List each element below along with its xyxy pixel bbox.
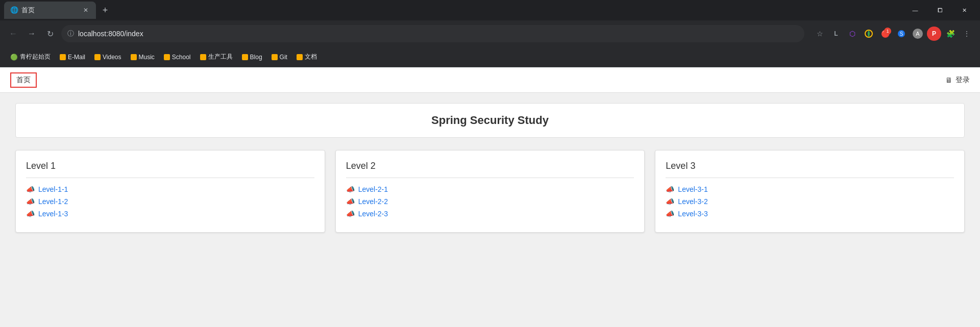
megaphone-icon-1-1: 📣: [26, 185, 34, 193]
ext-vpn-icon[interactable]: ⬡: [845, 27, 860, 41]
toolbar-icons: ☆ L ⬡ 🔴 1 S A P 🧩 ⋮: [813, 27, 974, 41]
level2-link1[interactable]: 📣 Level-2-1: [346, 185, 634, 193]
git-folder-icon: [272, 54, 278, 60]
level3-link2[interactable]: 📣 Level-3-2: [666, 197, 954, 206]
tab-favicon: 🌐: [10, 6, 18, 14]
ext-circle-icon[interactable]: S: [894, 27, 909, 41]
ext-avatar-icon[interactable]: A: [911, 27, 925, 41]
svg-text:A: A: [916, 31, 920, 37]
music-folder-icon: [131, 54, 137, 60]
tab-bar: 🌐 首页 ✕ + — ⧠ ✕: [0, 0, 980, 20]
tab-title: 首页: [21, 6, 35, 15]
bookmark-email-label: E-Mail: [68, 54, 85, 61]
new-tab-button[interactable]: +: [98, 3, 112, 17]
bookmark-school-label: School: [172, 54, 191, 61]
level-cards-container: Level 1 📣 Level-1-1 📣 Level-1-2 📣 Level-…: [15, 150, 965, 233]
bookmark-star-icon[interactable]: ☆: [813, 27, 827, 41]
title-card: Spring Security Study: [15, 103, 965, 138]
bookmark-docs-label: 文档: [305, 53, 317, 61]
login-label: 登录: [955, 76, 970, 85]
main-area: Spring Security Study Level 1 📣 Level-1-…: [0, 93, 980, 243]
bookmark-docs[interactable]: 文档: [292, 51, 321, 63]
docs-folder-icon: [297, 54, 303, 60]
bookmark-email[interactable]: E-Mail: [56, 52, 89, 63]
profile-icon[interactable]: P: [927, 27, 941, 41]
notification-badge: 1: [884, 28, 891, 35]
level1-link2-text: Level-1-2: [38, 197, 68, 206]
bookmark-music[interactable]: Music: [127, 52, 159, 63]
bookmark-music-label: Music: [139, 54, 155, 61]
refresh-button[interactable]: ↻: [43, 27, 57, 41]
level2-link3-text: Level-2-3: [358, 210, 388, 218]
level1-title: Level 1: [26, 161, 314, 171]
bookmark-videos-label: Videos: [103, 54, 121, 61]
megaphone-icon-2-2: 📣: [346, 197, 354, 206]
level3-link1-text: Level-3-1: [678, 185, 707, 193]
level3-link3-text: Level-3-3: [678, 210, 707, 218]
ext-badge-icon[interactable]: 🔴 1: [878, 27, 892, 41]
megaphone-icon-2-1: 📣: [346, 185, 354, 193]
level2-card: Level 2 📣 Level-2-1 📣 Level-2-2 📣 Level-…: [335, 150, 645, 233]
level1-link1-text: Level-1-1: [38, 185, 68, 193]
app-navbar: 首页 🖥 登录: [0, 67, 980, 93]
megaphone-icon-3-2: 📣: [666, 197, 674, 206]
extensions-button[interactable]: 🧩: [943, 27, 958, 41]
megaphone-icon-3-3: 📣: [666, 210, 674, 218]
megaphone-icon-1-2: 📣: [26, 197, 34, 206]
level3-title: Level 3: [666, 161, 954, 171]
ext-l-icon[interactable]: L: [829, 27, 843, 41]
level2-link1-text: Level-2-1: [358, 185, 388, 193]
level1-card: Level 1 📣 Level-1-1 📣 Level-1-2 📣 Level-…: [15, 150, 325, 233]
level1-link2[interactable]: 📣 Level-1-2: [26, 197, 314, 206]
window-controls: — ⧠ ✕: [903, 2, 976, 18]
forward-button[interactable]: →: [24, 27, 39, 41]
level1-link3[interactable]: 📣 Level-1-3: [26, 210, 314, 218]
level1-link1[interactable]: 📣 Level-1-1: [26, 185, 314, 193]
bookmark-git-label: Git: [280, 54, 287, 61]
megaphone-icon-1-3: 📣: [26, 210, 34, 218]
page-title: Spring Security Study: [26, 114, 954, 127]
email-folder-icon: [60, 54, 66, 60]
lock-icon: ⓘ: [67, 29, 74, 38]
level2-link2-text: Level-2-2: [358, 197, 388, 206]
browser-window: 🌐 首页 ✕ + — ⧠ ✕ ← → ↻ ⓘ localhost:8080/in…: [0, 0, 980, 327]
level3-link3[interactable]: 📣 Level-3-3: [666, 210, 954, 218]
login-icon: 🖥: [945, 76, 952, 84]
login-button[interactable]: 🖥 登录: [945, 76, 970, 85]
level2-link2[interactable]: 📣 Level-2-2: [346, 197, 634, 206]
maximize-button[interactable]: ⧠: [928, 2, 951, 18]
bookmark-git[interactable]: Git: [267, 52, 291, 63]
level1-link3-text: Level-1-3: [38, 210, 68, 218]
svg-text:S: S: [900, 31, 903, 37]
level3-divider: [666, 178, 954, 178]
bookmark-tools[interactable]: 生产工具: [196, 51, 237, 63]
bookmark-tools-label: 生产工具: [208, 53, 233, 61]
bookmark-school[interactable]: School: [160, 52, 195, 63]
minimize-button[interactable]: —: [903, 2, 927, 18]
tools-folder-icon: [200, 54, 206, 60]
bookmark-blog-label: Blog: [250, 54, 262, 61]
address-bar: ← → ↻ ⓘ localhost:8080/index ☆ L ⬡ 🔴 1 S…: [0, 20, 980, 47]
bookmark-qingning[interactable]: 🟢 青柠起始页: [6, 51, 55, 63]
megaphone-icon-3-1: 📣: [666, 185, 674, 193]
bookmark-videos[interactable]: Videos: [90, 52, 125, 63]
level3-link1[interactable]: 📣 Level-3-1: [666, 185, 954, 193]
back-button[interactable]: ←: [6, 27, 20, 41]
ext-color-icon[interactable]: [862, 27, 876, 41]
blog-folder-icon: [242, 54, 248, 60]
school-folder-icon: [164, 54, 170, 60]
level3-link2-text: Level-3-2: [678, 197, 707, 206]
level2-title: Level 2: [346, 161, 634, 171]
level1-divider: [26, 178, 314, 178]
url-display: localhost:8080/index: [78, 30, 798, 38]
bookmark-blog[interactable]: Blog: [238, 52, 266, 63]
menu-button[interactable]: ⋮: [960, 27, 974, 41]
home-nav-link[interactable]: 首页: [10, 72, 37, 88]
tab-close-button[interactable]: ✕: [82, 6, 90, 14]
level2-link3[interactable]: 📣 Level-2-3: [346, 210, 634, 218]
bookmark-qingning-label: 青柠起始页: [20, 53, 51, 61]
active-tab[interactable]: 🌐 首页 ✕: [4, 2, 96, 19]
page-content: 首页 🖥 登录 Spring Security Study Level 1 📣: [0, 67, 980, 327]
address-input[interactable]: ⓘ localhost:8080/index: [61, 25, 804, 42]
close-button[interactable]: ✕: [952, 2, 976, 18]
